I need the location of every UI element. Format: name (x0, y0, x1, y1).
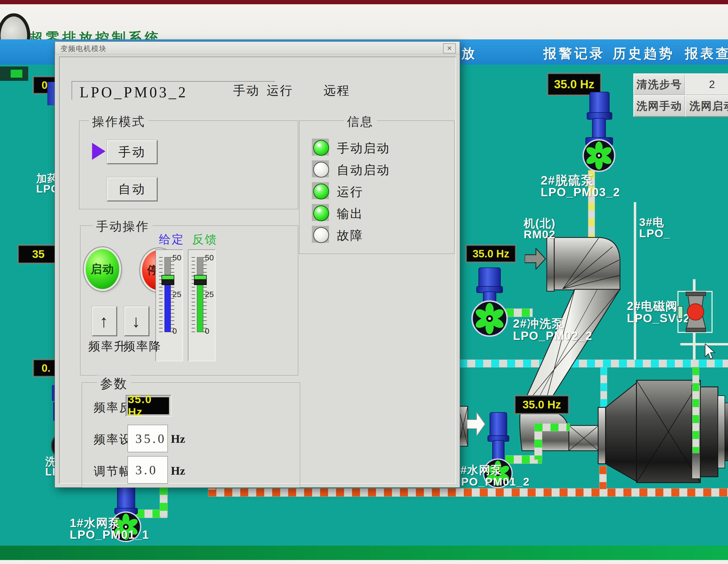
freq-down-button[interactable]: ↓ (124, 306, 149, 336)
freq-up-button[interactable]: ↑ (92, 306, 117, 336)
auto-start-led-icon (313, 162, 329, 178)
info-group-label: 信息 (344, 114, 377, 130)
wash-step-label-cell: 清洗步号 (633, 73, 685, 96)
pipe-green-pump1-v (160, 487, 168, 517)
wash-manual-button[interactable]: 洗网手动 (633, 95, 685, 117)
feedback-slider-thumb[interactable] (194, 275, 207, 285)
wash-step-value-cell: 2 (685, 73, 728, 96)
dialog-title: 变频电机模块 (60, 44, 107, 53)
desulf-pump-icon[interactable] (583, 90, 617, 176)
left-green-indicator (11, 70, 22, 78)
feedback-tick-50: 50 (205, 253, 214, 262)
fault-led-icon (313, 227, 329, 243)
freq-set-input[interactable]: 35.0 (127, 425, 168, 452)
pipe-orange-horizontal (208, 488, 728, 497)
pipe-green-bottom-h2 (534, 423, 570, 431)
manual-start-led-label: 手动启动 (337, 140, 390, 157)
waterpump2-label-line2: LPO_PM01_2 (454, 475, 530, 488)
solenoid-valve-icon[interactable] (677, 290, 713, 333)
adjust-step-input[interactable]: 3.0 (127, 456, 168, 484)
mode-group-label: 操作模式 (89, 114, 148, 130)
menu-item-alarm-record[interactable]: 报警记录 (543, 45, 605, 63)
flow-arrow-white-icon (467, 412, 486, 437)
flush-pump-icon[interactable] (472, 266, 512, 340)
dialog-content: LPO_PM03_2 手动 运行 远程 操作模式 手动 自动 信息 手动启动 自… (59, 57, 456, 484)
mode-status-text: 手动 (233, 82, 260, 99)
manual-op-group-label: 手动操作 (93, 218, 152, 235)
manual-start-led-icon (313, 140, 329, 156)
vfd-motor-dialog: 变频电机模块 ✕ LPO_PM03_2 手动 运行 远程 操作模式 手动 自动 … (55, 41, 460, 488)
freq-feedback-display-frame: 35.0 Hz (126, 395, 171, 417)
setpoint-slider-thumb[interactable] (162, 275, 174, 285)
feedback-slider-label: 反馈 (192, 232, 218, 247)
pipe-orange-stub-right (599, 466, 607, 489)
setpoint-ticks-left (159, 257, 163, 332)
fan-north-label-line2: RM02 (524, 228, 556, 241)
left-status-panel (0, 67, 28, 81)
auto-start-led-label: 自动启动 (337, 162, 390, 179)
feedback-tick-0: 0 (205, 326, 214, 335)
feedback-slider: 50 25 0 (188, 250, 216, 361)
flush-pump-label-line2: LPO_PM02_2 (513, 329, 593, 342)
manual-mode-button[interactable]: 手动 (107, 140, 158, 164)
bottom-white-strip (0, 560, 728, 564)
run-status-text: 运行 (267, 82, 293, 99)
fault-led-label: 故障 (337, 227, 363, 244)
pipe-green-valve-down (692, 367, 699, 453)
feedback-tick-25: 25 (205, 290, 214, 299)
setpoint-slider-label: 给定 (159, 232, 184, 247)
waterpump1-label-line2: LPO_PM01_1 (70, 528, 149, 541)
mode-pointer-icon (92, 143, 105, 160)
dialog-title-bar[interactable]: 变频电机模块 ✕ (55, 42, 460, 54)
running-led-icon (313, 184, 329, 200)
scada-screen: 超零排放控制系统 超零排放 报警记录 历史趋势 报表查询 0. 加药 LPO 3… (0, 0, 728, 564)
start-button[interactable]: 启动 (86, 249, 119, 289)
desulf-pump-label-line2: LPO_PM03_2 (541, 186, 620, 199)
wash-start-button[interactable]: 洗网启动 (685, 95, 728, 117)
feedback-slider-fill (197, 283, 203, 332)
output-led-label: 输出 (337, 206, 363, 222)
freq-down-label: 频率降 (123, 338, 162, 354)
elec3-label-line2: LPO_ (639, 227, 671, 240)
menu-item-history-trend[interactable]: 历史趋势 (613, 45, 675, 63)
setpoint-tick-50: 50 (172, 253, 181, 262)
running-led-label: 运行 (337, 184, 363, 200)
auto-mode-button[interactable]: 自动 (107, 177, 158, 201)
output-led-icon (313, 205, 329, 221)
close-icon[interactable]: ✕ (443, 43, 456, 53)
menu-item-report-query[interactable]: 报表查询 (685, 45, 728, 63)
top-red-strip (0, 0, 728, 4)
setpoint-tick-25: 25 (172, 290, 181, 299)
freq-up-label: 频率升 (88, 338, 127, 354)
remote-status-text: 远程 (324, 82, 350, 99)
bottom-green-strip (0, 546, 728, 560)
freq-set-unit: Hz (171, 432, 185, 446)
param-group-label: 参数 (97, 375, 131, 392)
feedback-ticks-left (192, 257, 195, 332)
setpoint-tick-0: 0 (172, 326, 181, 335)
fan-freq-display: 35.0 Hz (466, 245, 516, 262)
adjust-step-unit: Hz (171, 464, 185, 478)
setpoint-slider-fill (164, 283, 171, 332)
waterpump2-freq-display: 35.0 Hz (515, 396, 569, 414)
left-freq-display-mid: 35 (18, 245, 59, 263)
mouse-cursor (705, 343, 716, 359)
freq-feedback-display: 35.0 Hz (128, 397, 169, 414)
flow-arrow-gray-icon (525, 248, 546, 270)
